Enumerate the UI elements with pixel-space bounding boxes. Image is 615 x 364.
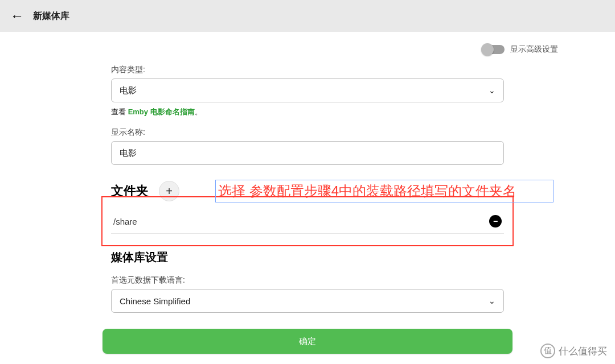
- watermark: 值 什么值得买: [540, 344, 607, 358]
- display-name-label: 显示名称:: [111, 127, 504, 138]
- page-title: 新媒体库: [33, 10, 69, 22]
- header-bar: ← 新媒体库: [0, 0, 615, 32]
- watermark-badge-icon: 值: [540, 344, 555, 358]
- advanced-toggle[interactable]: [483, 45, 505, 54]
- help-suffix: 。: [195, 107, 202, 116]
- display-name-input[interactable]: 电影: [111, 141, 504, 165]
- chevron-down-icon: ⌄: [489, 86, 495, 95]
- metadata-lang-select[interactable]: Chinese Simplified ⌄: [111, 289, 504, 313]
- confirm-button-label: 确定: [299, 336, 316, 347]
- chevron-down-icon: ⌄: [489, 296, 495, 305]
- folder-path: /share: [113, 217, 137, 226]
- media-settings-title: 媒体库设置: [111, 250, 494, 265]
- advanced-toggle-row: 显示高级设置: [111, 44, 558, 55]
- naming-guide-link[interactable]: Emby 电影命名指南: [128, 107, 195, 116]
- display-name-value: 电影: [120, 148, 137, 159]
- folders-header: 文件夹 +: [111, 181, 504, 201]
- content-type-label: 内容类型:: [111, 65, 504, 75]
- help-prefix: 查看: [111, 107, 128, 116]
- confirm-bar: 确定: [0, 329, 615, 354]
- folders-title: 文件夹: [111, 183, 149, 200]
- add-folder-button[interactable]: +: [159, 181, 179, 201]
- naming-guide-help: 查看 Emby 电影命名指南。: [111, 107, 504, 117]
- remove-folder-button[interactable]: −: [489, 215, 502, 228]
- watermark-text: 什么值得买: [559, 345, 607, 358]
- back-arrow-icon[interactable]: ←: [10, 8, 24, 24]
- content-type-select[interactable]: 电影 ⌄: [111, 78, 504, 102]
- folder-row[interactable]: /share −: [111, 209, 504, 234]
- content-area: 显示高级设置 内容类型: 电影 ⌄ 查看 Emby 电影命名指南。 显示名称: …: [0, 44, 615, 313]
- metadata-lang-value: Chinese Simplified: [120, 296, 190, 306]
- confirm-button[interactable]: 确定: [102, 329, 512, 354]
- advanced-toggle-label: 显示高级设置: [510, 44, 558, 55]
- content-type-value: 电影: [120, 85, 137, 96]
- metadata-lang-label: 首选元数据下载语言:: [111, 275, 504, 286]
